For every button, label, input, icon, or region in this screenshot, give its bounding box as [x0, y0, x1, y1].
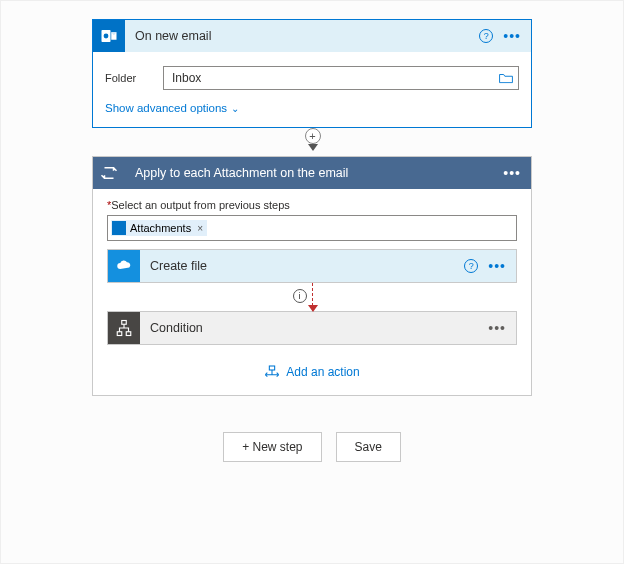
insert-step-button[interactable]: + — [305, 128, 321, 144]
show-advanced-label: Show advanced options — [105, 102, 227, 114]
svg-rect-3 — [122, 321, 127, 325]
show-advanced-link[interactable]: Show advanced options ⌄ — [105, 102, 239, 114]
add-action-button[interactable]: Add an action — [107, 345, 517, 379]
condition-card[interactable]: Condition ••• — [107, 311, 517, 345]
for-each-card[interactable]: Apply to each Attachment on the email ••… — [92, 156, 532, 396]
connector-1: + — [92, 128, 532, 156]
chevron-down-icon: ⌄ — [231, 103, 239, 114]
condition-icon — [108, 312, 140, 344]
condition-header[interactable]: Condition ••• — [108, 312, 516, 344]
for-each-header[interactable]: Apply to each Attachment on the email ••… — [93, 157, 531, 189]
add-action-label: Add an action — [286, 365, 359, 379]
onedrive-icon — [108, 250, 140, 282]
outlook-icon — [93, 20, 125, 52]
create-file-card[interactable]: Create file ? ••• — [107, 249, 517, 283]
trigger-body: Folder Show advanced options ⌄ — [93, 52, 531, 127]
trigger-title: On new email — [125, 29, 479, 43]
svg-rect-5 — [126, 332, 131, 336]
more-icon[interactable]: ••• — [488, 262, 506, 270]
remove-token-icon[interactable]: × — [197, 223, 203, 234]
trigger-card[interactable]: On new email ? ••• Folder Show advanced … — [92, 19, 532, 128]
more-icon[interactable]: ••• — [488, 324, 506, 332]
folder-label: Folder — [105, 72, 155, 84]
arrowhead-icon — [308, 144, 318, 151]
select-output-input[interactable]: Attachments × — [107, 215, 517, 241]
add-action-icon — [264, 365, 280, 379]
more-icon[interactable]: ••• — [503, 169, 521, 177]
arrowhead-icon — [308, 305, 318, 312]
trigger-header[interactable]: On new email ? ••• — [93, 20, 531, 52]
folder-picker-icon[interactable] — [499, 73, 513, 84]
loop-icon — [93, 157, 125, 189]
condition-title: Condition — [140, 321, 488, 335]
attachments-token[interactable]: Attachments × — [111, 220, 207, 236]
svg-point-1 — [104, 34, 109, 39]
connector-line-dashed: i — [312, 283, 313, 311]
svg-rect-4 — [117, 332, 122, 336]
info-icon[interactable]: i — [293, 289, 307, 303]
select-output-label: *Select an output from previous steps — [107, 199, 517, 211]
new-step-button[interactable]: + New step — [223, 432, 321, 462]
for-each-title: Apply to each Attachment on the email — [125, 166, 503, 180]
more-icon[interactable]: ••• — [503, 32, 521, 40]
help-icon[interactable]: ? — [464, 259, 478, 273]
outlook-icon-svg — [100, 27, 118, 45]
create-file-header[interactable]: Create file ? ••• — [108, 250, 516, 282]
connector-line: + — [312, 128, 313, 150]
connector-2: i — [107, 283, 517, 311]
folder-input[interactable] — [163, 66, 519, 90]
footer-buttons: + New step Save — [92, 432, 532, 462]
create-file-title: Create file — [140, 259, 464, 273]
for-each-body: *Select an output from previous steps At… — [93, 189, 531, 395]
svg-rect-6 — [270, 366, 275, 370]
token-label: Attachments — [130, 222, 191, 234]
help-icon[interactable]: ? — [479, 29, 493, 43]
outlook-icon — [112, 221, 126, 235]
save-button[interactable]: Save — [336, 432, 401, 462]
